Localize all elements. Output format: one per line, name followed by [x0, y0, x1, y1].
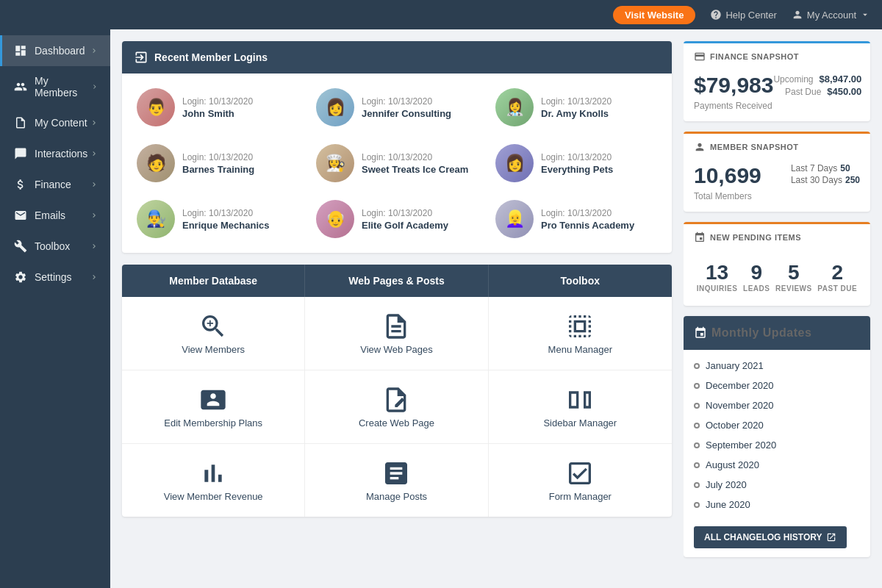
login-avatar: 👩 — [316, 88, 354, 126]
update-dot — [694, 442, 700, 448]
update-month-label: December 2020 — [706, 380, 774, 391]
recent-logins-title: Recent Member Logins — [154, 51, 268, 63]
pending-items-title: NEW PENDING ITEMS — [710, 233, 801, 242]
shortcut-label: Menu Manager — [548, 344, 612, 355]
login-name: John Smith — [182, 108, 253, 119]
finance-snapshot-title: FINANCE SNAPSHOT — [710, 52, 799, 61]
last7-value: 50 — [840, 163, 850, 173]
login-info: Login: 10/13/2020 Barnes Training — [182, 152, 254, 175]
shortcut-item[interactable]: Menu Manager — [489, 297, 672, 370]
upcoming-label: Upcoming — [773, 74, 813, 85]
shortcut-icon-check-square — [565, 459, 595, 491]
main-layout: Dashboard My Members My Content Interact… — [0, 29, 882, 588]
login-name: Enrique Mechanics — [182, 220, 269, 231]
update-dot — [694, 502, 700, 508]
shortcut-item[interactable]: View Members — [122, 297, 304, 370]
login-item: 👩 Login: 10/13/2020 Everything Pets — [490, 138, 663, 188]
content-icon — [14, 116, 27, 129]
shortcut-item[interactable]: Sidebar Manager — [489, 370, 672, 444]
login-item: 🧑 Login: 10/13/2020 Barnes Training — [131, 138, 304, 188]
shortcut-column: Menu Manager Sidebar Manager Form Manage… — [489, 297, 672, 517]
monthly-updates-header: Monthly Updates — [684, 316, 870, 350]
pending-item-label: PAST DUE — [817, 284, 857, 293]
pending-num-item: 2 PAST DUE — [817, 261, 857, 293]
shortcut-item[interactable]: Form Manager — [489, 444, 672, 517]
update-month-item[interactable]: October 2020 — [694, 415, 860, 435]
changelog-label: ALL CHANGELOG HISTORY — [704, 532, 822, 542]
shortcut-icon-file-alt — [381, 312, 411, 344]
update-month-item[interactable]: September 2020 — [694, 435, 860, 455]
sidebar-item-label-toolbox: Toolbox — [35, 240, 70, 252]
right-panel: FINANCE SNAPSHOT $79,983 Upcoming $8,947… — [684, 29, 882, 588]
pending-num-item: 9 LEADS — [743, 261, 770, 293]
visit-website-button[interactable]: Visit Website — [613, 6, 695, 24]
login-name: Dr. Amy Knolls — [541, 108, 612, 119]
chevron-right-icon-7 — [90, 242, 98, 251]
chevron-right-icon-8 — [90, 273, 98, 282]
shortcut-item[interactable]: Edit Membership Plans — [122, 370, 304, 444]
sidebar-item-label-dashboard: Dashboard — [35, 45, 85, 57]
recent-logins-header: Recent Member Logins — [122, 41, 672, 74]
shortcut-item[interactable]: Create Web Page — [305, 370, 487, 444]
shortcut-icon-file-edit — [381, 385, 411, 417]
sidebar-item-label-settings: Settings — [35, 271, 72, 283]
shortcut-column: View Members Edit Membership Plans View … — [122, 297, 305, 517]
emails-icon — [14, 209, 27, 222]
member-stats: Last 7 Days 50 Last 30 Days 250 — [791, 163, 860, 185]
update-month-item[interactable]: December 2020 — [694, 376, 860, 395]
sidebar-item-my-members[interactable]: My Members — [0, 66, 110, 107]
sidebar-item-my-content[interactable]: My Content — [0, 107, 110, 138]
finance-main-row: $79,983 Upcoming $8,947.00 Past Due $450… — [694, 73, 860, 98]
sidebar-item-emails[interactable]: Emails — [0, 200, 110, 231]
shortcut-column: View Web Pages Create Web Page Manage Po… — [305, 297, 488, 517]
sidebar-item-settings[interactable]: Settings — [0, 262, 110, 293]
past-due-value: $450.00 — [827, 86, 861, 97]
chevron-right-icon-2 — [90, 82, 98, 91]
update-month-item[interactable]: November 2020 — [694, 395, 860, 415]
update-dot — [694, 383, 700, 389]
payments-label: Payments Received — [694, 101, 860, 111]
update-month-item[interactable]: January 2021 — [694, 356, 860, 376]
shortcut-item[interactable]: View Member Revenue — [122, 444, 304, 517]
login-avatar: 👨‍🔧 — [137, 200, 175, 238]
member-total: 10,699 — [694, 163, 761, 188]
my-account-link[interactable]: My Account — [792, 9, 870, 21]
login-date: Login: 10/13/2020 — [182, 208, 269, 218]
login-avatar: 👩‍⚕️ — [495, 88, 534, 126]
shortcuts-grid: View Members Edit Membership Plans View … — [122, 297, 672, 517]
login-date: Login: 10/13/2020 — [541, 96, 612, 107]
chevron-right-icon-3 — [90, 118, 98, 127]
login-info: Login: 10/13/2020 Everything Pets — [541, 152, 613, 175]
sidebar-item-dashboard[interactable]: Dashboard — [0, 35, 110, 66]
chevron-right-icon-4 — [90, 149, 98, 158]
external-link-icon — [826, 532, 836, 542]
shortcut-label: Sidebar Manager — [543, 417, 617, 429]
login-avatar: 🧑 — [137, 144, 175, 182]
last7-stat: Last 7 Days 50 — [791, 163, 860, 173]
sidebar-item-toolbox[interactable]: Toolbox — [0, 231, 110, 262]
sidebar-item-interactions[interactable]: Interactions — [0, 138, 110, 169]
shortcut-item[interactable]: View Web Pages — [305, 297, 487, 370]
changelog-button[interactable]: ALL CHANGELOG HISTORY — [694, 526, 847, 548]
dashboard-icon — [14, 44, 27, 57]
monthly-updates-title: Monthly Updates — [711, 326, 811, 340]
update-month-item[interactable]: August 2020 — [694, 455, 860, 475]
help-icon — [710, 9, 722, 21]
update-dot — [694, 482, 700, 488]
shortcut-item[interactable]: Manage Posts — [305, 444, 487, 517]
account-icon — [792, 9, 803, 21]
login-item: 👩‍🍳 Login: 10/13/2020 Sweet Treats Ice C… — [310, 138, 484, 188]
calendar2-icon — [694, 326, 707, 340]
member-snapshot-title: MEMBER SNAPSHOT — [710, 143, 799, 151]
pending-items-card: NEW PENDING ITEMS 13 INQUIRIES 9 LEADS 5… — [684, 222, 870, 306]
sidebar-item-finance[interactable]: Finance — [0, 169, 110, 200]
login-name: Barnes Training — [182, 164, 254, 175]
update-month-item[interactable]: July 2020 — [694, 475, 860, 495]
total-members-label: Total Members — [694, 191, 761, 201]
chevron-right-icon-6 — [90, 211, 98, 220]
update-month-item[interactable]: June 2020 — [694, 495, 860, 514]
finance-snapshot-header: FINANCE SNAPSHOT — [684, 41, 870, 67]
past-due-label: Past Due — [785, 87, 821, 97]
help-center-link[interactable]: Help Center — [710, 9, 776, 21]
last30-stat: Last 30 Days 250 — [791, 175, 860, 185]
